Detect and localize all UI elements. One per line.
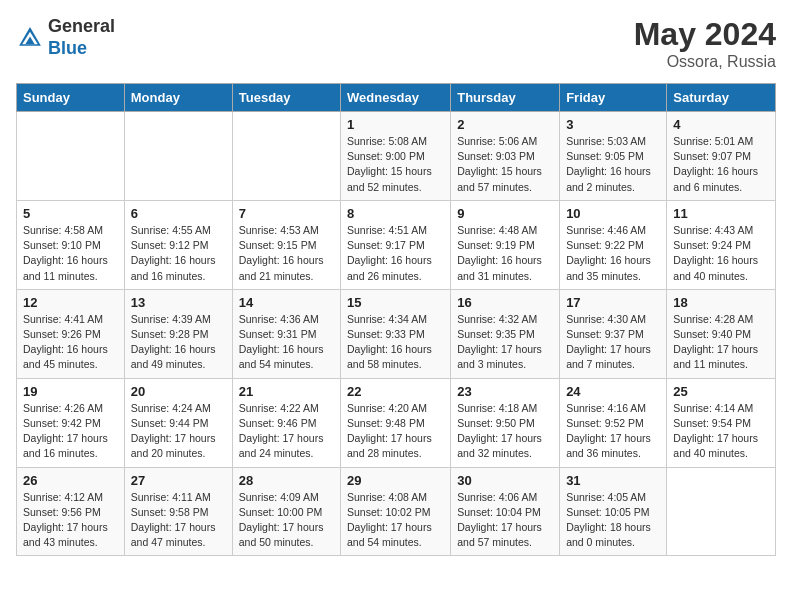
calendar-day-cell <box>17 112 125 201</box>
calendar-day-cell: 6Sunrise: 4:55 AM Sunset: 9:12 PM Daylig… <box>124 200 232 289</box>
day-info: Sunrise: 4:48 AM Sunset: 9:19 PM Dayligh… <box>457 223 553 284</box>
weekday-header-cell: Sunday <box>17 84 125 112</box>
calendar-day-cell: 21Sunrise: 4:22 AM Sunset: 9:46 PM Dayli… <box>232 378 340 467</box>
calendar-day-cell: 24Sunrise: 4:16 AM Sunset: 9:52 PM Dayli… <box>560 378 667 467</box>
calendar-day-cell: 29Sunrise: 4:08 AM Sunset: 10:02 PM Dayl… <box>341 467 451 556</box>
page-header: General Blue May 2024 Ossora, Russia <box>16 16 776 71</box>
calendar-day-cell <box>124 112 232 201</box>
day-number: 9 <box>457 206 553 221</box>
day-number: 21 <box>239 384 334 399</box>
calendar-week-row: 5Sunrise: 4:58 AM Sunset: 9:10 PM Daylig… <box>17 200 776 289</box>
calendar-table: SundayMondayTuesdayWednesdayThursdayFrid… <box>16 83 776 556</box>
calendar-week-row: 12Sunrise: 4:41 AM Sunset: 9:26 PM Dayli… <box>17 289 776 378</box>
day-info: Sunrise: 4:11 AM Sunset: 9:58 PM Dayligh… <box>131 490 226 551</box>
calendar-day-cell: 14Sunrise: 4:36 AM Sunset: 9:31 PM Dayli… <box>232 289 340 378</box>
day-info: Sunrise: 4:14 AM Sunset: 9:54 PM Dayligh… <box>673 401 769 462</box>
day-number: 20 <box>131 384 226 399</box>
calendar-day-cell: 26Sunrise: 4:12 AM Sunset: 9:56 PM Dayli… <box>17 467 125 556</box>
calendar-body: 1Sunrise: 5:08 AM Sunset: 9:00 PM Daylig… <box>17 112 776 556</box>
calendar-day-cell: 22Sunrise: 4:20 AM Sunset: 9:48 PM Dayli… <box>341 378 451 467</box>
day-info: Sunrise: 4:09 AM Sunset: 10:00 PM Daylig… <box>239 490 334 551</box>
day-info: Sunrise: 4:34 AM Sunset: 9:33 PM Dayligh… <box>347 312 444 373</box>
day-info: Sunrise: 4:30 AM Sunset: 9:37 PM Dayligh… <box>566 312 660 373</box>
logo-icon <box>16 24 44 52</box>
calendar-day-cell: 4Sunrise: 5:01 AM Sunset: 9:07 PM Daylig… <box>667 112 776 201</box>
logo-blue-text: Blue <box>48 38 115 60</box>
day-info: Sunrise: 4:06 AM Sunset: 10:04 PM Daylig… <box>457 490 553 551</box>
calendar-day-cell: 7Sunrise: 4:53 AM Sunset: 9:15 PM Daylig… <box>232 200 340 289</box>
calendar-day-cell: 5Sunrise: 4:58 AM Sunset: 9:10 PM Daylig… <box>17 200 125 289</box>
day-info: Sunrise: 4:12 AM Sunset: 9:56 PM Dayligh… <box>23 490 118 551</box>
calendar-day-cell: 11Sunrise: 4:43 AM Sunset: 9:24 PM Dayli… <box>667 200 776 289</box>
calendar-day-cell: 30Sunrise: 4:06 AM Sunset: 10:04 PM Dayl… <box>451 467 560 556</box>
day-info: Sunrise: 4:43 AM Sunset: 9:24 PM Dayligh… <box>673 223 769 284</box>
day-number: 22 <box>347 384 444 399</box>
calendar-day-cell: 1Sunrise: 5:08 AM Sunset: 9:00 PM Daylig… <box>341 112 451 201</box>
calendar-day-cell: 12Sunrise: 4:41 AM Sunset: 9:26 PM Dayli… <box>17 289 125 378</box>
calendar-day-cell: 17Sunrise: 4:30 AM Sunset: 9:37 PM Dayli… <box>560 289 667 378</box>
day-number: 30 <box>457 473 553 488</box>
calendar-day-cell: 16Sunrise: 4:32 AM Sunset: 9:35 PM Dayli… <box>451 289 560 378</box>
day-info: Sunrise: 4:51 AM Sunset: 9:17 PM Dayligh… <box>347 223 444 284</box>
day-number: 29 <box>347 473 444 488</box>
day-info: Sunrise: 4:55 AM Sunset: 9:12 PM Dayligh… <box>131 223 226 284</box>
day-number: 24 <box>566 384 660 399</box>
day-info: Sunrise: 4:20 AM Sunset: 9:48 PM Dayligh… <box>347 401 444 462</box>
calendar-day-cell: 31Sunrise: 4:05 AM Sunset: 10:05 PM Dayl… <box>560 467 667 556</box>
weekday-header-cell: Saturday <box>667 84 776 112</box>
calendar-day-cell: 18Sunrise: 4:28 AM Sunset: 9:40 PM Dayli… <box>667 289 776 378</box>
day-number: 19 <box>23 384 118 399</box>
calendar-day-cell: 13Sunrise: 4:39 AM Sunset: 9:28 PM Dayli… <box>124 289 232 378</box>
calendar-day-cell: 27Sunrise: 4:11 AM Sunset: 9:58 PM Dayli… <box>124 467 232 556</box>
day-number: 17 <box>566 295 660 310</box>
location-subtitle: Ossora, Russia <box>634 53 776 71</box>
calendar-day-cell: 8Sunrise: 4:51 AM Sunset: 9:17 PM Daylig… <box>341 200 451 289</box>
day-number: 3 <box>566 117 660 132</box>
day-number: 6 <box>131 206 226 221</box>
calendar-day-cell: 23Sunrise: 4:18 AM Sunset: 9:50 PM Dayli… <box>451 378 560 467</box>
calendar-day-cell <box>667 467 776 556</box>
weekday-header-cell: Monday <box>124 84 232 112</box>
day-number: 15 <box>347 295 444 310</box>
logo-general-text: General <box>48 16 115 38</box>
day-number: 23 <box>457 384 553 399</box>
day-info: Sunrise: 4:08 AM Sunset: 10:02 PM Daylig… <box>347 490 444 551</box>
day-info: Sunrise: 4:32 AM Sunset: 9:35 PM Dayligh… <box>457 312 553 373</box>
day-info: Sunrise: 4:28 AM Sunset: 9:40 PM Dayligh… <box>673 312 769 373</box>
day-info: Sunrise: 4:18 AM Sunset: 9:50 PM Dayligh… <box>457 401 553 462</box>
calendar-day-cell <box>232 112 340 201</box>
weekday-header-cell: Tuesday <box>232 84 340 112</box>
day-info: Sunrise: 4:26 AM Sunset: 9:42 PM Dayligh… <box>23 401 118 462</box>
day-number: 16 <box>457 295 553 310</box>
day-info: Sunrise: 4:53 AM Sunset: 9:15 PM Dayligh… <box>239 223 334 284</box>
day-info: Sunrise: 5:03 AM Sunset: 9:05 PM Dayligh… <box>566 134 660 195</box>
calendar-day-cell: 20Sunrise: 4:24 AM Sunset: 9:44 PM Dayli… <box>124 378 232 467</box>
day-info: Sunrise: 4:36 AM Sunset: 9:31 PM Dayligh… <box>239 312 334 373</box>
calendar-week-row: 19Sunrise: 4:26 AM Sunset: 9:42 PM Dayli… <box>17 378 776 467</box>
calendar-week-row: 1Sunrise: 5:08 AM Sunset: 9:00 PM Daylig… <box>17 112 776 201</box>
month-year-title: May 2024 <box>634 16 776 53</box>
day-number: 14 <box>239 295 334 310</box>
day-number: 8 <box>347 206 444 221</box>
day-info: Sunrise: 4:41 AM Sunset: 9:26 PM Dayligh… <box>23 312 118 373</box>
day-number: 1 <box>347 117 444 132</box>
day-number: 31 <box>566 473 660 488</box>
calendar-day-cell: 2Sunrise: 5:06 AM Sunset: 9:03 PM Daylig… <box>451 112 560 201</box>
day-info: Sunrise: 5:01 AM Sunset: 9:07 PM Dayligh… <box>673 134 769 195</box>
day-info: Sunrise: 4:24 AM Sunset: 9:44 PM Dayligh… <box>131 401 226 462</box>
calendar-day-cell: 25Sunrise: 4:14 AM Sunset: 9:54 PM Dayli… <box>667 378 776 467</box>
day-number: 5 <box>23 206 118 221</box>
logo: General Blue <box>16 16 115 59</box>
day-number: 10 <box>566 206 660 221</box>
day-info: Sunrise: 4:05 AM Sunset: 10:05 PM Daylig… <box>566 490 660 551</box>
day-info: Sunrise: 5:06 AM Sunset: 9:03 PM Dayligh… <box>457 134 553 195</box>
calendar-day-cell: 9Sunrise: 4:48 AM Sunset: 9:19 PM Daylig… <box>451 200 560 289</box>
day-info: Sunrise: 4:22 AM Sunset: 9:46 PM Dayligh… <box>239 401 334 462</box>
day-number: 26 <box>23 473 118 488</box>
day-info: Sunrise: 4:46 AM Sunset: 9:22 PM Dayligh… <box>566 223 660 284</box>
day-info: Sunrise: 4:16 AM Sunset: 9:52 PM Dayligh… <box>566 401 660 462</box>
day-info: Sunrise: 5:08 AM Sunset: 9:00 PM Dayligh… <box>347 134 444 195</box>
day-number: 7 <box>239 206 334 221</box>
day-number: 2 <box>457 117 553 132</box>
day-number: 11 <box>673 206 769 221</box>
